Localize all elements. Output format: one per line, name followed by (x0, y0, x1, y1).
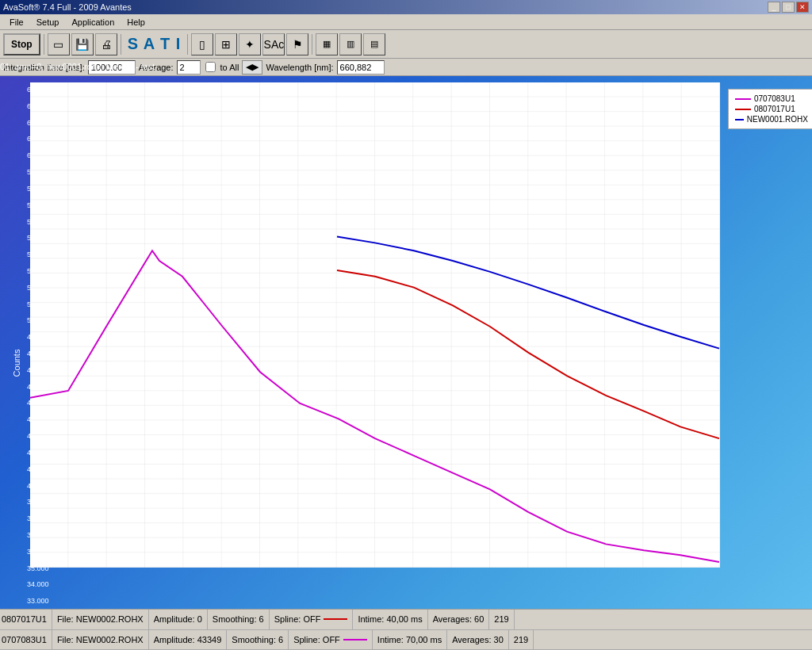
status-spline-2: Spline: OFF (289, 630, 373, 650)
wavelength-label: Wavelength [nm]: (266, 63, 333, 72)
chart-area: 0707083U1 0807017U1 NEW0001.ROHX (30, 82, 720, 568)
status-id-2: 0707083U1 (0, 630, 52, 650)
toolbar-sep-2 (121, 34, 121, 55)
legend-item-1: 0707083U1 (735, 94, 808, 103)
print-icon[interactable]: 🖨 (95, 33, 117, 55)
grid1-icon[interactable]: ▦ (316, 33, 338, 55)
menu-setup[interactable]: Setup (30, 16, 66, 29)
menu-file[interactable]: File (3, 16, 30, 29)
menu-application[interactable]: Application (65, 16, 121, 29)
main-area: 01: amp=0; new0001.rohx: Merge1- test Co… (0, 76, 812, 650)
legend-item-2: 0807017U1 (735, 105, 808, 113)
grid2-icon[interactable]: ▥ (339, 33, 362, 55)
titlebar-title: AvaSoft® 7.4 Full - 2009 Avantes (3, 2, 132, 12)
status-value-2: 219 (509, 630, 534, 650)
save-icon[interactable]: 💾 (71, 33, 94, 55)
flag-icon[interactable]: ⚑ (286, 33, 308, 55)
menu-help[interactable]: Help (121, 16, 151, 29)
statusbar: 0807017U1 File: NEW0002.ROHX Amplitude: … (0, 609, 812, 650)
legend-label-1: 0707083U1 (754, 94, 795, 103)
svg-rect-4 (30, 82, 720, 568)
legend-label-2: 0807017U1 (754, 105, 795, 113)
to-all-button[interactable]: ◀▶ (242, 60, 262, 75)
status-averages-1: Averages: 60 (428, 610, 490, 629)
minimize-button[interactable]: _ (768, 2, 780, 13)
chart-title: 01: amp=0; new0001.rohx: Merge1- test (0, 62, 155, 71)
close-button[interactable]: ✕ (796, 2, 809, 13)
status-line-preview-1 (324, 618, 347, 620)
new-icon[interactable]: ▭ (48, 33, 70, 55)
average-input[interactable] (177, 60, 201, 75)
toolbar-sep-4 (312, 34, 312, 55)
spectrum-icon[interactable]: ⊞ (215, 33, 237, 55)
status-value-1: 219 (489, 610, 514, 629)
toolbar-sep-1 (44, 34, 44, 55)
status-smoothing-1: Smoothing: 6 (208, 610, 270, 629)
legend-line-3 (735, 119, 744, 120)
toolbar-sep-3 (187, 34, 188, 55)
legend-line-2 (735, 109, 751, 110)
status-intime-1: Intime: 40,00 ms (353, 610, 427, 629)
chart-legend: 0707083U1 0807017U1 NEW0001.ROHX (728, 89, 812, 129)
grid3-icon[interactable]: ▤ (363, 33, 385, 55)
to-all-label: to All (220, 63, 239, 72)
status-file-2: File: NEW0002.ROHX (52, 630, 149, 650)
status-file-1: File: NEW0002.ROHX (52, 610, 149, 629)
status-amplitude-2: Amplitude: 43349 (149, 630, 228, 650)
status-row-2: 0707083U1 File: NEW0002.ROHX Amplitude: … (0, 630, 812, 651)
status-smoothing-2: Smoothing: 6 (227, 630, 289, 650)
status-line-preview-2 (343, 639, 367, 640)
stop-button[interactable]: Stop (3, 33, 40, 55)
toolbar-logo: S A T I (124, 35, 185, 53)
menubar: File Setup Application Help (0, 14, 812, 30)
maximize-button[interactable]: □ (782, 2, 795, 13)
legend-item-3: NEW0001.ROHX (735, 115, 808, 124)
script-icon[interactable]: SAc (262, 33, 285, 55)
battery-icon[interactable]: ▯ (191, 33, 213, 55)
status-row-1: 0807017U1 File: NEW0002.ROHX Amplitude: … (0, 610, 812, 630)
to-all-checkbox[interactable] (205, 62, 216, 72)
settings-icon[interactable]: ✦ (239, 33, 261, 55)
titlebar: AvaSoft® 7.4 Full - 2009 Avantes _ □ ✕ (0, 0, 812, 14)
status-amplitude-1: Amplitude: 0 (149, 610, 208, 629)
status-spline-1: Spline: OFF (270, 610, 354, 629)
legend-line-1 (735, 98, 751, 100)
titlebar-controls[interactable]: _ □ ✕ (768, 2, 809, 13)
y-axis-label: Counts (12, 350, 21, 377)
chart-svg (30, 82, 720, 568)
status-averages-2: Averages: 30 (447, 630, 509, 650)
wavelength-input[interactable] (337, 60, 385, 75)
legend-label-3: NEW0001.ROHX (747, 115, 808, 124)
toolbar: Stop ▭ 💾 🖨 S A T I ▯ ⊞ ✦ SAc ⚑ ▦ ▥ ▤ (0, 30, 812, 59)
status-intime-2: Intime: 70,00 ms (373, 630, 447, 650)
status-id-1: 0807017U1 (0, 610, 52, 629)
